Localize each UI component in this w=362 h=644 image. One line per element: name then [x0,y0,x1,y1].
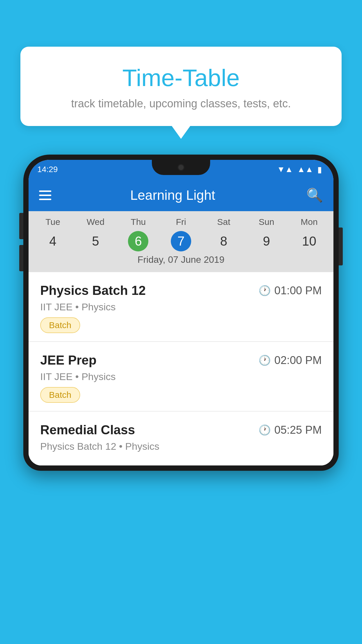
power-button [339,228,343,265]
schedule-item[interactable]: Remedial Class🕐 05:25 PMPhysics Batch 12… [29,412,333,466]
clock-icon: 🕐 [259,285,271,296]
item-time: 🕐 02:00 PM [259,354,322,367]
volume-up-button [19,213,23,239]
item-time: 🕐 05:25 PM [259,424,322,436]
day-number[interactable]: 7 [171,231,191,251]
day-label: Thu [117,217,160,227]
search-icon[interactable]: 🔍 [306,187,323,203]
selected-date-label: Friday, 07 June 2019 [31,254,331,269]
phone-camera [178,164,184,171]
item-title: JEE Prep [40,353,96,368]
status-icons: ▼▲ ▲▲ ▮ [277,165,322,174]
day-label: Mon [288,217,331,227]
item-subtitle: Physics Batch 12 • Physics [40,441,322,452]
schedule-list: Physics Batch 12🕐 01:00 PMIIT JEE • Phys… [29,272,333,466]
battery-icon: ▮ [317,165,322,174]
tooltip-card: Time-Table track timetable, upcoming cla… [20,47,342,126]
phone-mockup: 14:29 ▼▲ ▲▲ ▮ Learning Light 🔍 [23,155,339,644]
schedule-item[interactable]: JEE Prep🕐 02:00 PMIIT JEE • PhysicsBatch [29,342,333,412]
phone-outer: 14:29 ▼▲ ▲▲ ▮ Learning Light 🔍 [23,155,339,471]
day-label: Sun [245,217,288,227]
tooltip-title: Time-Table [38,64,324,92]
day-label: Tue [31,217,74,227]
day-label: Fri [160,217,203,227]
day-number[interactable]: 8 [214,231,234,251]
calendar-header: TueWedThuFriSatSunMon 45678910 Friday, 0… [29,211,333,272]
phone-screen: 14:29 ▼▲ ▲▲ ▮ Learning Light 🔍 [29,160,333,466]
day-labels: TueWedThuFriSatSunMon [31,217,331,227]
app-bar: Learning Light 🔍 [29,179,333,211]
wifi-icon: ▼▲ [277,165,293,174]
tooltip-subtitle: track timetable, upcoming classes, tests… [38,97,324,110]
batch-badge: Batch [40,317,80,333]
item-title: Remedial Class [40,423,135,437]
day-number[interactable]: 6 [128,231,148,251]
signal-icon: ▲▲ [297,165,313,174]
app-title: Learning Light [39,187,306,203]
item-title: Physics Batch 12 [40,283,146,298]
day-numbers: 45678910 [31,231,331,251]
volume-down-button [19,245,23,271]
item-time: 🕐 01:00 PM [259,284,322,297]
day-label: Sat [202,217,245,227]
day-number[interactable]: 10 [299,231,319,251]
clock-icon: 🕐 [259,424,271,436]
status-time: 14:29 [37,165,58,174]
schedule-item[interactable]: Physics Batch 12🕐 01:00 PMIIT JEE • Phys… [29,272,333,342]
item-subtitle: IIT JEE • Physics [40,371,322,382]
day-number[interactable]: 5 [85,231,106,251]
phone-notch [152,160,210,175]
clock-icon: 🕐 [259,354,271,366]
batch-badge: Batch [40,387,80,403]
day-number[interactable]: 9 [256,231,277,251]
item-subtitle: IIT JEE • Physics [40,301,322,313]
day-number[interactable]: 4 [43,231,63,251]
day-label: Wed [74,217,117,227]
